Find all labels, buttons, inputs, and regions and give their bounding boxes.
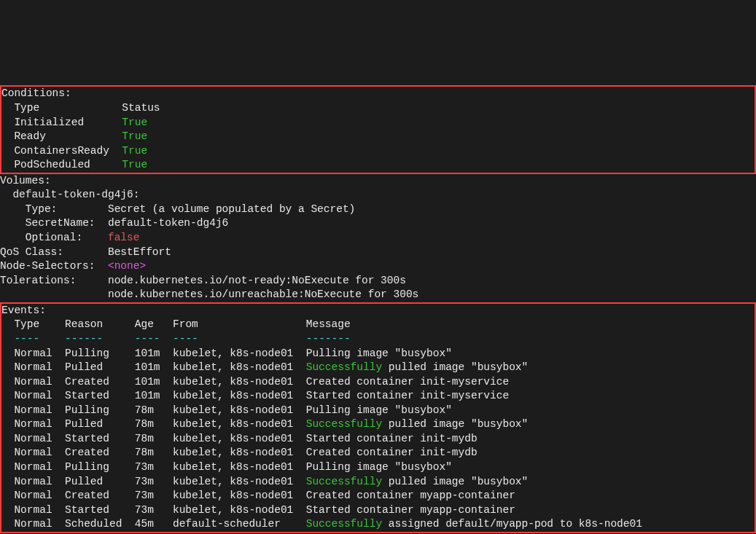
tolerations-label: Tolerations: [0, 275, 76, 286]
events-dash: ------- [306, 333, 351, 345]
event-message: Started container init-mydb [306, 433, 478, 444]
event-from: kubelet, k8s-node01 [173, 447, 306, 458]
event-reason: Pulled [65, 476, 135, 487]
event-reason: Created [65, 376, 135, 388]
event-age: 73m [135, 461, 173, 473]
event-message: Started container init-myservice [306, 390, 509, 401]
events-dash: ---- [14, 333, 39, 345]
events-col-age: Age [135, 318, 154, 330]
event-type: Normal [14, 504, 65, 516]
event-age: 73m [135, 476, 173, 487]
conditions-col-status: Status [122, 102, 160, 114]
events-col-from: From [173, 318, 198, 330]
event-from: kubelet, k8s-node01 [173, 504, 306, 516]
event-from: kubelet, k8s-node01 [173, 361, 306, 373]
volume-name: default-token-dg4j6: [12, 189, 139, 200]
event-type: Normal [14, 348, 65, 359]
conditions-header: Conditions: [1, 87, 71, 99]
event-reason: Pulling [65, 348, 135, 359]
event-age: 78m [135, 404, 173, 416]
volumes-header: Volumes: [0, 175, 51, 186]
terminal-output: { "conditions": { "header": "Conditions:… [0, 15, 756, 534]
volume-secret-label: SecretName: [26, 217, 96, 229]
condition-type: Ready [14, 130, 122, 142]
event-from: kubelet, k8s-node01 [173, 490, 306, 501]
event-message: Pulling image "busybox" [306, 348, 452, 359]
event-from: kubelet, k8s-node01 [173, 461, 306, 473]
event-message: Created container myapp-container [306, 490, 515, 501]
condition-status: True [122, 159, 147, 170]
event-type: Normal [14, 390, 65, 401]
event-from: kubelet, k8s-node01 [173, 433, 306, 444]
condition-type: PodScheduled [14, 159, 122, 170]
event-success: Successfully [306, 518, 382, 530]
event-message: Created container init-mydb [306, 447, 478, 458]
event-from: kubelet, k8s-node01 [173, 418, 306, 430]
event-age: 101m [135, 376, 173, 388]
events-dash: ---- [135, 333, 160, 345]
event-from: kubelet, k8s-node01 [173, 390, 306, 401]
event-from: kubelet, k8s-node01 [173, 404, 306, 416]
condition-status: True [122, 145, 147, 157]
event-type: Normal [14, 433, 65, 444]
volume-optional-value: false [108, 232, 140, 243]
event-type: Normal [14, 518, 65, 530]
event-age: 101m [135, 361, 173, 373]
event-type: Normal [14, 447, 65, 458]
event-message: assigned default/myapp-pod to k8s-node01 [382, 518, 642, 530]
event-type: Normal [14, 418, 65, 430]
events-col-reason: Reason [65, 318, 103, 330]
qos-label: QoS Class: [0, 246, 63, 258]
event-type: Normal [14, 476, 65, 487]
nodeselectors-value: <none> [108, 260, 146, 272]
event-age: 78m [135, 447, 173, 458]
event-from: kubelet, k8s-node01 [173, 348, 306, 359]
event-reason: Pulled [65, 418, 135, 430]
event-message: pulled image "busybox" [382, 476, 528, 487]
condition-type: ContainersReady [14, 145, 122, 157]
events-dash: ---- [173, 333, 198, 345]
event-message: pulled image "busybox" [382, 418, 528, 430]
volume-optional-label: Optional: [26, 232, 82, 243]
event-age: 73m [135, 490, 173, 501]
event-success: Successfully [306, 418, 382, 430]
volume-type-label: Type: [26, 203, 58, 215]
event-type: Normal [14, 404, 65, 416]
event-reason: Pulling [65, 461, 135, 473]
qos-value: BestEffort [108, 246, 171, 258]
event-age: 78m [135, 433, 173, 444]
nodeselectors-label: Node-Selectors: [0, 260, 96, 272]
events-col-type: Type [14, 318, 39, 330]
event-reason: Started [65, 390, 135, 401]
condition-status: True [122, 130, 147, 142]
conditions-col-type: Type [14, 102, 39, 114]
events-dash: ------ [65, 333, 103, 345]
tolerations-value-2: node.kubernetes.io/unreachable:NoExecute… [108, 288, 418, 300]
event-type: Normal [14, 490, 65, 501]
event-reason: Started [65, 433, 135, 444]
event-from: kubelet, k8s-node01 [173, 476, 306, 487]
event-type: Normal [14, 461, 65, 473]
event-age: 78m [135, 418, 173, 430]
volume-secret-value: default-token-dg4j6 [108, 217, 228, 229]
event-age: 45m [135, 518, 173, 530]
conditions-box: Conditions: Type Status Initialized True… [0, 85, 756, 173]
event-success: Successfully [306, 476, 382, 487]
tolerations-value-1: node.kubernetes.io/not-ready:NoExecute f… [108, 275, 406, 286]
event-reason: Pulled [65, 361, 135, 373]
events-box: Events: Type Reason Age From Message ---… [0, 302, 756, 533]
condition-type: Initialized [14, 117, 122, 128]
event-reason: Created [65, 490, 135, 501]
events-header: Events: [1, 305, 46, 316]
event-age: 73m [135, 504, 173, 516]
event-reason: Scheduled [65, 518, 135, 530]
volume-type-value: Secret (a volume populated by a Secret) [108, 203, 355, 215]
event-message: Created container init-myservice [306, 376, 509, 388]
event-message: Pulling image "busybox" [306, 404, 452, 416]
event-reason: Started [65, 504, 135, 516]
event-message: pulled image "busybox" [382, 361, 528, 373]
event-success: Successfully [306, 361, 382, 373]
event-from: default-scheduler [173, 518, 306, 530]
event-message: Started container myapp-container [306, 504, 515, 516]
event-type: Normal [14, 376, 65, 388]
